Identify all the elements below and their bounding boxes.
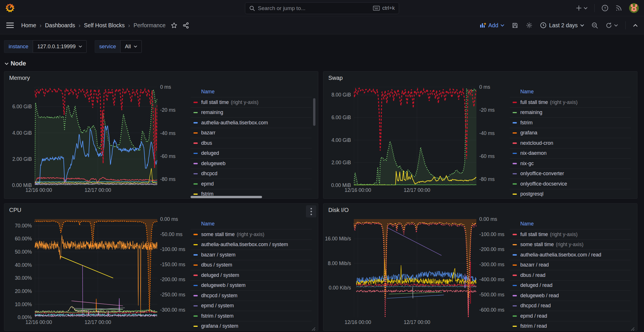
legend-horizontal-scrollbar[interactable] (191, 196, 262, 198)
chart-plot-area[interactable] (35, 87, 157, 185)
mega-menu-button[interactable] (6, 22, 14, 28)
legend-row[interactable]: full stall time(right y-axis) (510, 97, 631, 108)
legend-row[interactable]: full stall time(right y-axis) (191, 97, 312, 108)
legend-row[interactable]: dbus / read (510, 270, 631, 281)
row-node-toggle[interactable]: Node (5, 60, 637, 67)
legend-row[interactable]: postgresql (510, 189, 631, 199)
legend-row[interactable]: fstrim / read (510, 321, 631, 331)
legend-row[interactable]: dhcpcd (191, 169, 312, 179)
legend-header[interactable]: Name (510, 219, 631, 229)
axis-tick-label: 50.00% (15, 249, 32, 255)
legend-header[interactable]: Name (510, 86, 631, 97)
legend-header[interactable]: Name (191, 219, 312, 229)
chevron-down-icon (614, 24, 618, 27)
legend-row[interactable]: bazarr / system (191, 250, 312, 260)
chart-plot-area[interactable] (35, 219, 157, 317)
breadcrumb-home[interactable]: Home (21, 22, 36, 29)
legend-row[interactable]: bazarr / read (510, 260, 631, 271)
legend-row[interactable]: deluged / read (510, 281, 631, 291)
legend-row[interactable]: onlyoffice-docservice (510, 179, 631, 189)
legend-row[interactable]: deluged (191, 148, 312, 159)
add-panel-button[interactable]: Add (480, 22, 505, 29)
series-color-swatch (193, 163, 198, 164)
legend-row[interactable]: nextcloud-cron (510, 138, 631, 148)
series-color-swatch (193, 194, 198, 195)
zoom-out-time-button[interactable] (591, 22, 598, 29)
breadcrumb-folder[interactable]: Self Host Blocks (84, 22, 125, 29)
axis-tick-label: 40.00% (15, 262, 32, 268)
variable-service-select[interactable]: All (120, 40, 142, 53)
breadcrumb-dashboards[interactable]: Dashboards (45, 22, 75, 29)
keyboard-icon (373, 6, 380, 11)
legend-row[interactable]: delugeweb (191, 159, 312, 169)
legend-row[interactable]: authelia-authelia.tiserbox.com (191, 118, 312, 128)
legend-row[interactable]: bazarr (191, 128, 312, 138)
legend-row[interactable]: epmd (191, 179, 312, 189)
legend-row[interactable]: authelia-authelia.tiserbox.com / read (510, 250, 631, 260)
plus-icon (576, 5, 582, 11)
variable-instance-select[interactable]: 127.0.0.1:19999 (33, 40, 87, 53)
dashboard-toolbar: Home › Dashboards › Self Host Blocks › P… (0, 16, 644, 34)
legend-row[interactable]: remaining (191, 108, 312, 118)
series-color-swatch (193, 153, 198, 154)
axis-tick-label: -300.00 ms (160, 307, 185, 313)
legend-row[interactable]: epmd / system (191, 301, 312, 311)
legend-row[interactable]: onlyoffice-converter (510, 169, 631, 179)
legend-row[interactable]: dhcpcd / system (191, 291, 312, 301)
legend-row[interactable]: dbus / system (191, 260, 312, 271)
panel-title[interactable]: CPU (9, 207, 318, 213)
panel-menu-button[interactable] (306, 205, 316, 217)
breadcrumb-separator: › (79, 22, 81, 29)
legend-row[interactable]: dbus (191, 138, 312, 148)
favorite-star-button[interactable] (171, 22, 177, 29)
new-menu-button[interactable] (576, 5, 587, 11)
legend-row[interactable]: delugeweb / system (191, 281, 312, 291)
news-rss-button[interactable] (615, 5, 622, 11)
legend-row[interactable]: fstrim (510, 118, 631, 128)
x-axis: 12/16 00:0012/17 00:00 (354, 185, 476, 195)
save-dashboard-button[interactable] (512, 22, 518, 29)
search-input[interactable] (258, 5, 370, 11)
panel-swap: Swap 8.00 GiB6.00 GiB4.00 GiB2.00 GiB0.0… (323, 71, 637, 199)
series-color-swatch (513, 112, 517, 113)
legend-vertical-scrollbar[interactable] (313, 98, 315, 126)
legend-row[interactable]: grafana (510, 128, 631, 138)
legend-row[interactable]: full stall time(right y-axis) (510, 229, 631, 240)
dashboard-settings-button[interactable] (526, 22, 533, 29)
divider (625, 21, 626, 29)
legend-header[interactable]: Name (191, 86, 312, 97)
panel-title[interactable]: Memory (9, 75, 318, 81)
global-search[interactable]: ctrl+k (245, 2, 399, 14)
refresh-button[interactable] (606, 22, 618, 29)
collapse-toolbar-button[interactable] (633, 24, 638, 27)
help-button[interactable]: ? (602, 5, 608, 11)
chart-plot-area[interactable] (354, 87, 476, 185)
legend-row[interactable]: nix-daemon (510, 148, 631, 159)
axis-tick-label: -150.00 ms (160, 262, 185, 268)
legend-row[interactable]: fstrim / system (191, 311, 312, 321)
series-color-swatch (513, 122, 517, 123)
legend-row[interactable]: delugeweb / read (510, 291, 631, 301)
legend-row[interactable]: remaining (510, 108, 631, 118)
legend-row[interactable]: authelia-authelia.tiserbox.com / system (191, 240, 312, 250)
legend-row[interactable]: grafana / system (191, 321, 312, 331)
legend-row[interactable]: deluged / system (191, 270, 312, 281)
legend-row[interactable]: dhcpcd / read (510, 301, 631, 311)
y-axis-left: 8.00 GiB6.00 GiB4.00 GiB2.00 GiB0.00 MiB (325, 87, 354, 185)
legend-row[interactable]: epmd / read (510, 311, 631, 321)
series-color-swatch (513, 194, 517, 195)
chevron-down-icon (79, 45, 82, 48)
series-color-swatch (193, 102, 198, 103)
legend-row[interactable]: nix-gc (510, 159, 631, 169)
legend-row[interactable]: some stall time(right y-axis) (510, 240, 631, 250)
panel-title[interactable]: Swap (328, 75, 637, 81)
share-button[interactable] (183, 22, 189, 29)
axis-tick-label: -80 ms (479, 176, 494, 182)
user-avatar[interactable] (629, 3, 639, 13)
chart-plot-area[interactable] (354, 219, 476, 317)
series-color-swatch (193, 142, 198, 144)
grafana-logo[interactable] (5, 3, 15, 13)
time-range-picker[interactable]: Last 2 days (540, 22, 584, 29)
panel-title[interactable]: Disk I/O (328, 207, 637, 213)
legend-row[interactable]: some stall time(right y-axis) (191, 229, 312, 240)
